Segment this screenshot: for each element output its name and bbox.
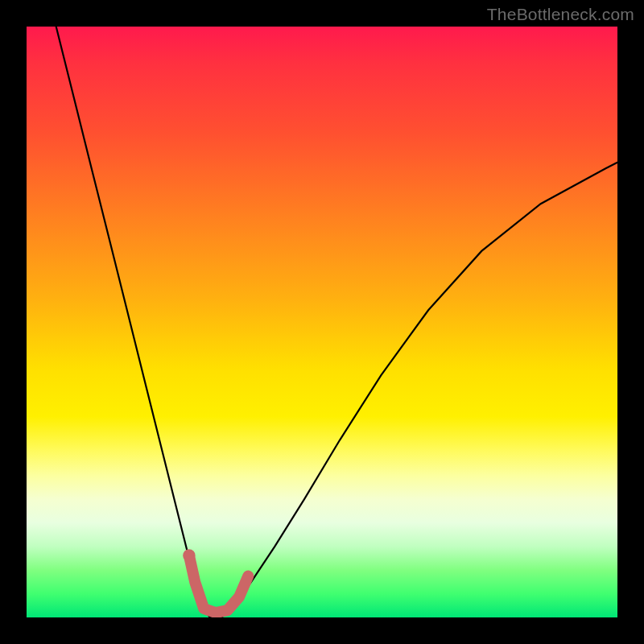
bottleneck-curve (56, 27, 617, 617)
outer-frame: TheBottleneck.com (0, 0, 644, 644)
valley-stroke (189, 555, 248, 613)
chart-svg (27, 27, 617, 617)
valley-markers (183, 549, 248, 613)
valley-dot (183, 549, 195, 561)
plot-area (27, 27, 617, 617)
watermark-text: TheBottleneck.com (487, 5, 634, 24)
